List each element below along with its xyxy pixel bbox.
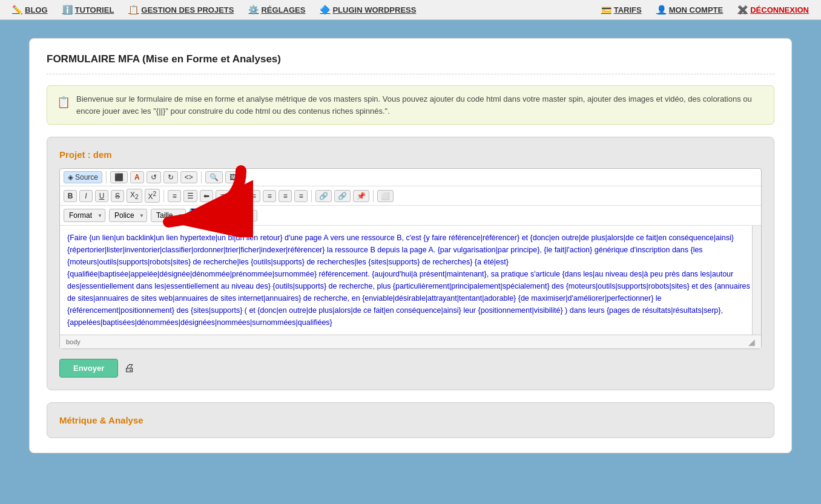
strikethrough-button[interactable]: S: [111, 190, 124, 202]
account-icon: 👤: [656, 5, 667, 15]
projet-title: Projet : dem: [59, 149, 762, 160]
special-char-btn[interactable]: Ω: [226, 210, 239, 221]
source-button[interactable]: ◈ Source: [64, 171, 102, 183]
nav-tutoriel[interactable]: ℹ️ TUTORIEL: [62, 5, 114, 15]
toolbar-image-btn[interactable]: 🖼: [225, 171, 241, 183]
align-left-btn[interactable]: ⬅: [200, 190, 213, 202]
editor-scroll: {Faire {un lien|un backlink|un lien hype…: [60, 226, 761, 335]
nav-compte[interactable]: 👤 MON COMPTE: [656, 5, 724, 15]
toolbar-find-btn[interactable]: 🔍: [205, 171, 223, 183]
superscript-button[interactable]: X2: [145, 189, 160, 203]
editor-content[interactable]: {Faire {un lien|un backlink|un lien hype…: [60, 226, 761, 335]
envoyer-icon: 🖨: [124, 362, 135, 375]
wordpress-icon: 🔷: [320, 5, 330, 15]
outdent-btn[interactable]: ≡: [294, 190, 308, 202]
statusbar-resize: ◢: [748, 337, 755, 347]
envoyer-button[interactable]: Envoyer: [59, 359, 118, 378]
info-box-text: Bienvenue sur le formulaire de mise en f…: [76, 93, 764, 117]
navigation: ✏️ BLOG ℹ️ TUTORIEL 📋 GESTION DES PROJET…: [0, 0, 821, 20]
format-dropdown-wrap: Format: [64, 209, 105, 222]
nav-plugin[interactable]: 🔷 PLUGIN WORDPRESS: [320, 5, 416, 15]
taille-dropdown[interactable]: Taille: [151, 209, 186, 222]
editor-statusbar: body ◢: [60, 335, 761, 349]
fullscreen-btn[interactable]: ⬜: [377, 190, 394, 202]
align-center-btn[interactable]: ≡: [216, 190, 229, 202]
format-row: B I U S X2 X2 ≡ ☰ ⬅ ≡ " ≡ ≡ ≡ ≡: [60, 186, 761, 206]
align-justify-btn[interactable]: ≡: [247, 190, 260, 202]
unlink-btn[interactable]: 🔗: [334, 190, 351, 202]
blockquote-btn[interactable]: ": [231, 190, 245, 202]
main-card: FORMULAIRE MFA (Mise en Forme et Analyse…: [29, 38, 792, 453]
close-icon: ✖️: [737, 5, 748, 15]
police-dropdown-wrap: Police: [109, 209, 147, 222]
ordered-list-btn[interactable]: ≡: [168, 190, 181, 202]
nav-deconnexion[interactable]: ✖️ DÉCONNEXION: [737, 5, 809, 15]
projet-section: Projet : dem ◈ Sou: [47, 137, 774, 390]
italic-button[interactable]: I: [79, 190, 93, 202]
anchor-btn[interactable]: 📌: [353, 190, 369, 202]
info-icon: ℹ️: [62, 5, 73, 15]
nav-reglages[interactable]: ⚙️ RÉGLAGES: [248, 5, 305, 15]
metrique-section: Métrique & Analyse: [47, 402, 774, 438]
info-box: 📋 Bienvenue sur le formulaire de mise en…: [47, 85, 774, 125]
toolbar-font-btn[interactable]: A: [130, 171, 144, 183]
tarifs-icon: 💳: [601, 5, 612, 15]
media-btn[interactable]: ⬛: [242, 210, 257, 221]
toolbar-row-1: ◈ Source ⬛ A ↺ ↻ <> 🔍 🖼: [60, 169, 761, 186]
unordered-list-btn[interactable]: ☰: [183, 190, 197, 202]
separator2: [201, 171, 202, 183]
metrique-title: Métrique & Analyse: [59, 415, 762, 425]
separator5: [373, 190, 374, 202]
subscript-button[interactable]: X2: [127, 189, 142, 202]
align-right-btn[interactable]: ≡: [263, 190, 276, 202]
gear-icon: ⚙️: [248, 5, 259, 15]
police-dropdown[interactable]: Police: [109, 209, 147, 222]
indent-btn[interactable]: ≡: [279, 190, 292, 202]
link-btn[interactable]: 🔗: [315, 190, 332, 202]
nav-tarifs[interactable]: 💳 TARIFS: [601, 5, 642, 15]
dropdown-row: Format Police Taille: [60, 206, 761, 226]
info-box-icon: 📋: [57, 94, 70, 111]
toolbar-undo-btn[interactable]: ↺: [147, 171, 161, 183]
envoyer-row: Envoyer 🖨: [59, 359, 762, 378]
toolbar-templates-btn[interactable]: ⬛: [110, 171, 128, 183]
separator: [106, 171, 107, 183]
format-dropdown[interactable]: Format: [64, 209, 105, 222]
taille-dropdown-wrap: Taille: [151, 209, 186, 222]
source-icon: ◈: [68, 173, 73, 182]
statusbar-path: body: [66, 338, 81, 345]
edit-icon: ✏️: [12, 5, 22, 15]
color-grid-button[interactable]: [190, 208, 205, 223]
nav-blog[interactable]: ✏️ BLOG: [12, 5, 48, 15]
bold-button[interactable]: B: [64, 190, 77, 202]
page-title: FORMULAIRE MFA (Mise en Forme et Analyse…: [47, 53, 774, 74]
table-button[interactable]: ⊞: [208, 208, 223, 223]
editor: ◈ Source ⬛ A ↺ ↻ <> 🔍 🖼 B I: [59, 168, 762, 349]
nav-gestion[interactable]: 📋 GESTION DES PROJETS: [128, 5, 234, 15]
toolbar-source-view-btn[interactable]: <>: [180, 171, 197, 183]
separator4: [311, 190, 312, 202]
projects-icon: 📋: [128, 5, 139, 15]
separator3: [163, 190, 164, 202]
toolbar-redo-btn[interactable]: ↻: [163, 171, 178, 183]
underline-button[interactable]: U: [95, 190, 108, 202]
